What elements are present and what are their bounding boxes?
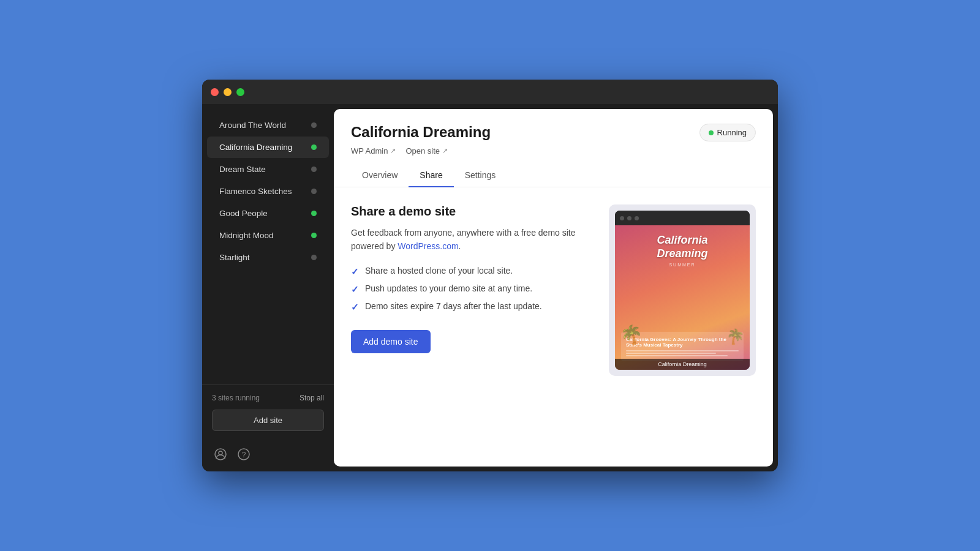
sidebar-item-dream-state[interactable]: Dream State <box>207 159 329 180</box>
sidebar-item-good-people[interactable]: Good People <box>207 203 329 224</box>
sidebar-sites-list: Around The World California Dreaming Dre… <box>202 114 334 384</box>
tab-share[interactable]: Share <box>409 164 453 187</box>
preview-area: CaliforniaDreaming Summer 🌴 🌴 California… <box>609 204 756 449</box>
status-dot-green <box>311 144 317 150</box>
preview-dot-2 <box>627 216 631 220</box>
user-icon-button[interactable] <box>212 446 229 463</box>
check-icon: ✓ <box>351 266 359 277</box>
add-site-button[interactable]: Add site <box>212 410 324 431</box>
running-dot <box>709 130 714 135</box>
maximize-button[interactable] <box>236 88 244 96</box>
svg-text:?: ? <box>242 451 246 459</box>
sidebar-item-label: Flamenco Sketches <box>219 187 292 196</box>
check-icon: ✓ <box>351 302 359 313</box>
open-site-link[interactable]: Open site ↗ <box>405 146 448 156</box>
palm-tree-icon-2: 🌴 <box>726 328 745 345</box>
sidebar-item-flamenco-sketches[interactable]: Flamenco Sketches <box>207 181 329 202</box>
tabs: Overview Share Settings <box>351 164 756 187</box>
close-button[interactable] <box>211 88 219 96</box>
sidebar-footer: 3 sites running Stop all Add site <box>202 384 334 440</box>
preview-article-title: California Grooves: A Journey Through th… <box>626 337 739 348</box>
preview-content: CaliforniaDreaming Summer 🌴 🌴 California… <box>615 225 750 370</box>
sidebar-item-label: Midnight Mood <box>219 231 274 240</box>
check-icon: ✓ <box>351 284 359 295</box>
preview-line <box>626 350 739 351</box>
preview-dot-3 <box>635 216 639 220</box>
site-title: California Dreaming <box>351 124 491 141</box>
sidebar-item-starlight[interactable]: Starlight <box>207 247 329 268</box>
help-icon-button[interactable]: ? <box>235 446 252 463</box>
titlebar <box>202 80 778 104</box>
feature-item: ✓ Demo sites expire 7 days after the las… <box>351 301 589 313</box>
status-dot-green <box>311 211 317 216</box>
preview-article-lines <box>626 350 739 356</box>
feature-item: ✓ Share a hosted clone of your local sit… <box>351 266 589 277</box>
sidebar-item-label: Starlight <box>219 253 250 262</box>
status-dot-gray <box>311 122 317 128</box>
share-description: Get feedback from anyone, anywhere with … <box>351 226 589 253</box>
wp-admin-link[interactable]: WP Admin ↗ <box>351 146 396 156</box>
preview-dot-1 <box>620 216 624 220</box>
sidebar-item-around-the-world[interactable]: Around The World <box>207 114 329 136</box>
tab-settings[interactable]: Settings <box>454 164 507 187</box>
app-window: Around The World California Dreaming Dre… <box>202 80 778 471</box>
sidebar: Around The World California Dreaming Dre… <box>202 104 334 471</box>
running-label: Running <box>717 128 747 137</box>
sites-running-label: 3 sites running <box>212 394 260 402</box>
status-dot-green <box>311 233 317 238</box>
external-link-icon: ↗ <box>390 147 396 155</box>
preview-line <box>626 353 716 354</box>
preview-subtitle: Summer <box>669 263 695 267</box>
sidebar-item-midnight-mood[interactable]: Midnight Mood <box>207 225 329 246</box>
preview-browser: CaliforniaDreaming Summer 🌴 🌴 California… <box>615 211 750 370</box>
sidebar-item-label: Good People <box>219 209 268 218</box>
palm-tree-icon: 🌴 <box>620 324 643 345</box>
sidebar-item-california-dreaming[interactable]: California Dreaming <box>207 137 329 158</box>
sidebar-icon-row: ? <box>202 440 334 471</box>
external-link-icon: ↗ <box>442 147 448 155</box>
status-dot-gray <box>311 167 317 172</box>
main-panel: California Dreaming Running WP Admin ↗ O… <box>334 109 773 467</box>
preview-shadow-box: CaliforniaDreaming Summer 🌴 🌴 California… <box>609 204 756 376</box>
preview-browser-bar <box>615 211 750 225</box>
preview-site-name-footer: California Dreaming <box>615 359 750 370</box>
feature-list: ✓ Share a hosted clone of your local sit… <box>351 266 589 313</box>
share-info: Share a demo site Get feedback from anyo… <box>351 204 589 449</box>
status-dot-gray <box>311 255 317 260</box>
site-links: WP Admin ↗ Open site ↗ <box>351 146 756 156</box>
main-header: California Dreaming Running WP Admin ↗ O… <box>334 109 773 187</box>
status-dot-gray <box>311 189 317 194</box>
minimize-button[interactable] <box>224 88 232 96</box>
feature-item: ✓ Push updates to your demo site at any … <box>351 283 589 295</box>
preview-line <box>626 355 728 356</box>
sidebar-item-label: Around The World <box>219 121 286 130</box>
preview-site-heading: CaliforniaDreaming <box>657 234 707 260</box>
share-title: Share a demo site <box>351 204 589 219</box>
stop-all-button[interactable]: Stop all <box>300 394 324 402</box>
add-demo-site-button[interactable]: Add demo site <box>351 330 431 353</box>
tab-overview[interactable]: Overview <box>351 164 409 187</box>
sidebar-footer-top: 3 sites running Stop all <box>212 394 324 402</box>
sidebar-item-label: California Dreaming <box>219 143 292 152</box>
sidebar-item-label: Dream State <box>219 165 266 174</box>
main-content: Share a demo site Get feedback from anyo… <box>334 187 773 467</box>
running-badge: Running <box>699 124 756 141</box>
main-header-top: California Dreaming Running <box>351 124 756 141</box>
content-area: Around The World California Dreaming Dre… <box>202 104 778 471</box>
svg-point-1 <box>219 451 222 455</box>
wordpress-link[interactable]: WordPress.com <box>398 241 458 251</box>
